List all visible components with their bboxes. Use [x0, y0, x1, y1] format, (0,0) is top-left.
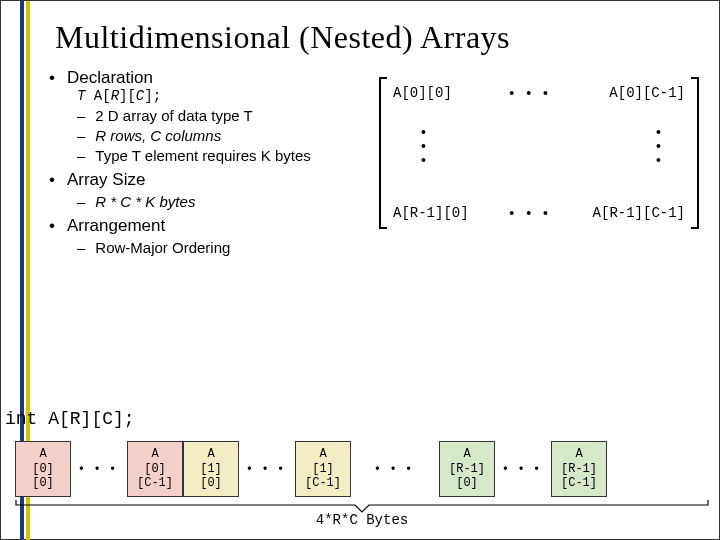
bracket-left [379, 77, 387, 229]
matrix-dots-left: ••• [421, 125, 426, 167]
matrix-diagram: A[0][0] • • • A[0][C-1] ••• ••• A[R-1][0… [379, 77, 699, 229]
brace-label: 4*R*C Bytes [15, 512, 709, 528]
gap-3: • • • [351, 441, 439, 497]
matrix-row-top: A[0][0] • • • A[0][C-1] [393, 85, 685, 101]
cell-arc: A[R-1][C-1] [551, 441, 607, 497]
layout-decl: int A[R][C]; [5, 409, 135, 429]
arr-sub-1: Row-Major Ordering [77, 239, 719, 256]
arr-sub-list: Row-Major Ordering [49, 239, 719, 256]
gap-4: • • • [495, 441, 551, 497]
brace-icon [15, 499, 709, 513]
matrix-br: A[R-1][C-1] [593, 205, 685, 221]
matrix-bl: A[R-1][0] [393, 205, 469, 221]
bracket-right [691, 77, 699, 229]
brace-bytes: 4*R*C Bytes [15, 499, 709, 529]
cell-a1c: A[1][C-1] [295, 441, 351, 497]
matrix-tl: A[0][0] [393, 85, 452, 101]
cell-a00: A[0][0] [15, 441, 71, 497]
cell-a10: A[1][0] [183, 441, 239, 497]
matrix-dots-top: • • • [509, 85, 551, 101]
cell-ar0: A[R-1][0] [439, 441, 495, 497]
gap-2: • • • [239, 441, 295, 497]
matrix-dots-right: ••• [656, 125, 661, 167]
cell-a0c: A[0][C-1] [127, 441, 183, 497]
matrix-tr: A[0][C-1] [609, 85, 685, 101]
slide: Multidimensional (Nested) Arrays Declara… [0, 0, 720, 540]
memory-layout: A[0][0] • • • A[0][C-1] A[1][0] • • • A[… [15, 441, 607, 497]
gap-1: • • • [71, 441, 127, 497]
matrix-dots-bottom: • • • [509, 205, 551, 221]
matrix-row-bottom: A[R-1][0] • • • A[R-1][C-1] [393, 205, 685, 221]
slide-title: Multidimensional (Nested) Arrays [41, 1, 719, 64]
